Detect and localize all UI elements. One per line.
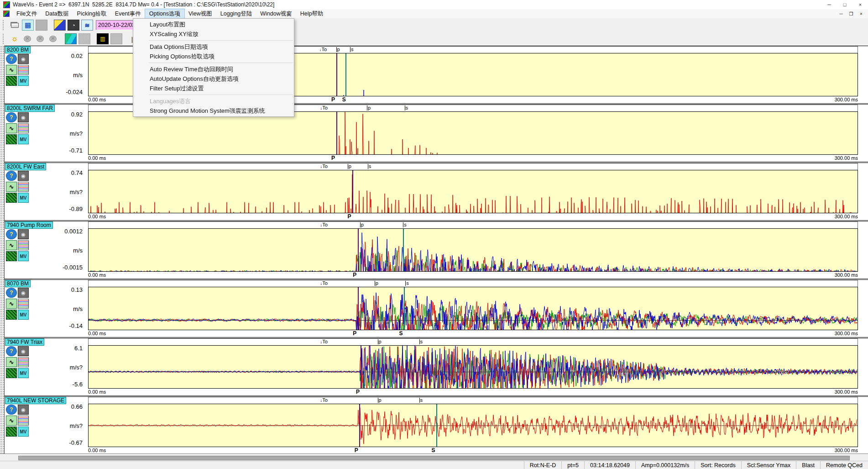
marker-disabled-3-icon[interactable] <box>47 34 58 44</box>
p-pick-line[interactable] <box>358 287 359 330</box>
marker-disabled-1-icon[interactable] <box>22 34 33 44</box>
option-item-picking-options[interactable]: Picking Options拾取选项 <box>133 52 294 61</box>
s-marker-flag[interactable]: s <box>368 163 371 169</box>
minimize-button[interactable]: ─ <box>821 0 837 9</box>
child-restore-button[interactable]: ❐ <box>846 11 856 16</box>
menu-item-view[interactable]: View视图 <box>184 9 216 19</box>
mv-icon[interactable] <box>18 368 29 378</box>
child-minimize-button[interactable]: ─ <box>836 11 846 16</box>
waveform-plot[interactable] <box>88 228 858 272</box>
mv-icon[interactable] <box>18 193 29 203</box>
gauge-icon[interactable] <box>68 20 79 31</box>
map-disabled-icon[interactable] <box>78 33 90 44</box>
traces-icon[interactable] <box>18 182 29 192</box>
hatch-icon[interactable] <box>6 368 17 378</box>
p-marker-flag[interactable]: p <box>360 222 364 228</box>
camera-icon[interactable] <box>18 346 29 356</box>
open-folder-icon[interactable] <box>9 20 20 30</box>
p-pick-line[interactable] <box>359 404 360 447</box>
p-marker-flag[interactable]: p <box>367 105 371 111</box>
close-button[interactable]: × <box>852 0 868 9</box>
p-marker-flag[interactable]: p <box>348 163 351 169</box>
help-icon[interactable] <box>6 54 17 64</box>
time-ruler[interactable]: ↓Tops <box>88 221 858 228</box>
option-item-strong-ground-motion[interactable]: Strong Ground Motion System强震监测系统 <box>133 106 294 116</box>
s-marker-flag[interactable]: s <box>419 339 423 345</box>
waveform-plus-icon[interactable] <box>6 416 17 426</box>
to-marker[interactable]: ↓To <box>320 280 328 286</box>
option-item-data-options[interactable]: Data Options日期选项 <box>133 42 294 52</box>
station-label[interactable]: 8200L FW East <box>5 163 46 170</box>
s-pick-line[interactable] <box>404 287 405 330</box>
maximize-button[interactable]: □ <box>837 0 852 9</box>
p-marker-flag[interactable]: p <box>378 339 382 345</box>
map-color-icon[interactable] <box>65 33 77 44</box>
s-marker-flag[interactable]: s <box>405 280 409 286</box>
option-item-auto-review-time[interactable]: Auto Review Time自动回顾时间 <box>133 64 294 74</box>
s-marker-flag[interactable]: s <box>405 105 408 111</box>
to-marker[interactable]: ↓To <box>320 339 328 345</box>
help-icon[interactable] <box>6 229 17 239</box>
menu-item-help[interactable]: Help帮助 <box>296 9 328 19</box>
option-item-layout[interactable]: Layout布置图 <box>133 20 294 29</box>
s-marker-flag[interactable]: s <box>419 397 423 403</box>
waveform-plot[interactable] <box>88 287 858 330</box>
toolbar-grip-2[interactable] <box>3 34 5 44</box>
hatch-icon[interactable] <box>6 193 17 203</box>
traces-icon[interactable] <box>18 240 29 250</box>
menu-item-data[interactable]: Data数据 <box>41 9 73 19</box>
scrollbar-thumb[interactable] <box>18 456 850 460</box>
to-marker[interactable]: ↓To <box>320 105 328 111</box>
camera-icon[interactable] <box>18 229 29 239</box>
camera-icon[interactable] <box>18 112 29 122</box>
waveform-plus-icon[interactable] <box>6 357 17 367</box>
eq-display-icon[interactable] <box>97 33 109 44</box>
waveform-plus-icon[interactable] <box>6 299 17 309</box>
hatch-icon[interactable] <box>6 427 17 437</box>
waveform-plus-icon[interactable] <box>6 123 17 133</box>
p-pick-line[interactable] <box>358 229 359 271</box>
mv-icon[interactable] <box>18 427 29 437</box>
hatch-icon[interactable] <box>6 76 17 86</box>
hatch-icon[interactable] <box>6 310 17 320</box>
menu-item-picking[interactable]: Picking拾取 <box>73 9 111 19</box>
traces-icon[interactable] <box>18 416 29 426</box>
camera-icon[interactable] <box>18 54 29 64</box>
p-marker-flag[interactable]: p <box>336 47 340 53</box>
s-marker-flag[interactable]: s <box>403 222 407 228</box>
help-icon[interactable] <box>6 346 17 356</box>
p-pick-line[interactable] <box>336 112 337 154</box>
panel-drag-strip[interactable] <box>0 46 5 453</box>
sun-marker-icon[interactable] <box>9 34 20 44</box>
child-close-button[interactable]: × <box>856 11 866 16</box>
time-ruler[interactable]: ↓Tops <box>88 397 858 404</box>
camera-icon[interactable] <box>18 405 29 415</box>
to-marker[interactable]: ↓To <box>319 47 327 53</box>
mv-icon[interactable] <box>18 134 29 144</box>
pick-tool-icon[interactable] <box>54 20 66 31</box>
waveform-plot[interactable] <box>88 404 858 447</box>
waveform-plot[interactable] <box>88 111 858 155</box>
menu-item-window[interactable]: Window视窗 <box>256 9 296 19</box>
waveform-plus-icon[interactable] <box>6 240 17 250</box>
menu-item-options[interactable]: Options选项 <box>145 9 184 19</box>
p-marker-flag[interactable]: p <box>378 397 382 403</box>
option-item-xyscaling[interactable]: XYScaling XY缩放 <box>133 29 294 39</box>
toolbar-grip[interactable] <box>3 20 5 30</box>
p-pick-line[interactable] <box>361 346 361 388</box>
mv-icon[interactable] <box>18 310 29 320</box>
marker-disabled-2-icon[interactable] <box>35 34 46 44</box>
mv-icon[interactable] <box>18 251 29 261</box>
station-label[interactable]: 8070 BM <box>5 280 31 287</box>
waveform-plus-icon[interactable] <box>6 65 17 75</box>
waveform-plus-icon[interactable] <box>6 182 17 192</box>
station-label[interactable]: 7940 FW Triax <box>5 338 44 346</box>
hatch-icon[interactable] <box>6 251 17 261</box>
p-pick-line[interactable] <box>352 170 353 213</box>
camera-icon[interactable] <box>18 288 29 298</box>
time-ruler[interactable]: ↓Tops <box>88 280 858 287</box>
waveform-plot[interactable] <box>88 345 858 389</box>
p-pick-line[interactable] <box>336 53 337 96</box>
s-pick-line[interactable] <box>403 229 404 271</box>
s-pick-line[interactable] <box>436 404 437 447</box>
